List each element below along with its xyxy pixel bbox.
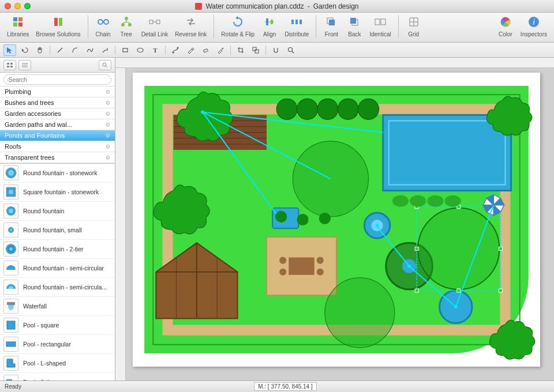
colorwheel-icon[interactable] <box>497 14 514 30</box>
category-item[interactable]: Roofs⊙ <box>0 141 115 152</box>
inspectors-button[interactable]: iInspectors <box>518 14 549 37</box>
category-item[interactable]: Ponds and Fountains⊙ <box>0 130 115 141</box>
svg-rect-16 <box>266 18 268 25</box>
canvas-area <box>115 58 554 380</box>
library-item[interactable]: Round fountain - stonework <box>0 164 115 183</box>
status-ready: Ready <box>5 383 21 390</box>
spline-tool[interactable] <box>84 44 96 56</box>
connector-tool[interactable] <box>99 44 111 56</box>
svg-rect-17 <box>271 20 273 24</box>
selection-tool[interactable] <box>3 44 16 56</box>
swatch-icon[interactable] <box>50 14 66 30</box>
library-item-label: Pool - 2-tier <box>23 379 54 380</box>
reverse-icon[interactable] <box>183 14 199 30</box>
close-button[interactable] <box>5 3 11 9</box>
library-item[interactable]: Round fountain - semi-circula... <box>0 278 115 297</box>
chevron-icon: ⊙ <box>106 89 110 95</box>
pen-tool[interactable] <box>184 44 197 56</box>
svg-rect-105 <box>499 247 502 250</box>
ellipse-tool[interactable] <box>134 44 147 56</box>
front-icon[interactable] <box>323 14 339 30</box>
front-button[interactable]: Front <box>321 14 342 37</box>
info-icon[interactable]: i <box>526 14 542 30</box>
minimize-button[interactable] <box>14 3 21 9</box>
library-item[interactable]: Round fountain <box>0 202 115 221</box>
rect-tool[interactable] <box>119 44 132 56</box>
dist-icon[interactable] <box>289 14 305 30</box>
sidebar-search-button[interactable] <box>99 60 111 70</box>
library-item[interactable]: Pool - square <box>0 316 115 335</box>
library-item-label: Waterfall <box>23 303 47 310</box>
sidebar-view-icons[interactable] <box>3 60 16 70</box>
group-tool[interactable] <box>249 44 262 56</box>
svg-rect-20 <box>300 20 302 24</box>
zoom-tool[interactable] <box>285 44 297 56</box>
round-small-icon <box>3 223 18 238</box>
svg-rect-19 <box>295 20 298 24</box>
canvas[interactable] <box>126 68 554 380</box>
svg-point-109 <box>293 141 368 217</box>
svg-rect-48 <box>7 66 9 67</box>
category-item[interactable]: Transparent trees⊙ <box>0 152 115 163</box>
identical-button[interactable]: Identical <box>367 14 393 37</box>
chain-icon[interactable] <box>95 14 111 30</box>
drawing-page[interactable] <box>133 73 540 367</box>
category-item[interactable]: Plumbing⊙ <box>0 86 115 97</box>
distribute-button[interactable]: Distribute <box>282 14 311 37</box>
back-button[interactable]: Back <box>344 14 365 37</box>
detail-icon[interactable] <box>147 14 163 30</box>
rotate-icon[interactable] <box>230 14 246 30</box>
reverse-link-button[interactable]: Reverse link <box>173 14 209 37</box>
chain-button[interactable]: Chain <box>93 14 114 37</box>
library-items-list: Round fountain - stoneworkSquare fountai… <box>0 164 115 380</box>
eyedropper-tool[interactable] <box>214 44 227 56</box>
line-tool[interactable] <box>54 44 66 56</box>
library-item-label: Square fountain - stonework <box>23 189 99 195</box>
align-icon[interactable] <box>261 14 278 30</box>
library-item[interactable]: Pool - rectangular <box>0 335 115 354</box>
sidebar-view-list[interactable] <box>18 60 31 70</box>
svg-rect-37 <box>123 48 128 52</box>
svg-point-91 <box>317 257 324 264</box>
snap-tool[interactable] <box>269 44 282 56</box>
grid-icon[interactable] <box>10 14 26 30</box>
svg-rect-26 <box>381 19 385 25</box>
ident-icon[interactable] <box>372 14 388 30</box>
tree-button[interactable]: Tree <box>116 14 137 37</box>
category-item[interactable]: Bushes and trees⊙ <box>0 97 115 108</box>
grid-button[interactable]: Grid <box>403 14 424 37</box>
svg-rect-1 <box>18 17 23 21</box>
browse-solutions-button[interactable]: Browse Solutions <box>33 14 83 37</box>
library-item[interactable]: Pool - 2-tier <box>0 373 115 380</box>
chevron-icon: ⊙ <box>106 100 110 105</box>
align-button[interactable]: Align <box>259 14 280 37</box>
bezier-tool[interactable] <box>169 44 182 56</box>
text-tool[interactable]: T <box>149 44 162 56</box>
hand-tool[interactable] <box>33 44 46 56</box>
toolbar-label: Chain <box>96 31 111 37</box>
gridtoggle-icon[interactable] <box>406 14 422 30</box>
color-button[interactable]: Color <box>495 14 516 37</box>
library-item[interactable]: Square fountain - stonework <box>0 183 115 202</box>
library-item[interactable]: Waterfall <box>0 297 115 316</box>
libraries-button[interactable]: Libraries <box>5 14 31 37</box>
undo-tool[interactable] <box>18 44 31 56</box>
category-item[interactable]: Garden accessories⊙ <box>0 108 115 119</box>
search-input[interactable] <box>3 74 111 85</box>
arc-tool[interactable] <box>69 44 81 56</box>
crop-tool[interactable] <box>234 44 247 56</box>
library-item[interactable]: Round fountain, small <box>0 221 115 240</box>
rotate-flip-button[interactable]: Rotate & Flip <box>219 14 257 37</box>
library-item[interactable]: Round fountain - 2-tier <box>0 240 115 259</box>
library-item[interactable]: Round fountain - semi-circular <box>0 259 115 278</box>
eraser-tool[interactable] <box>199 44 212 56</box>
category-item[interactable]: Garden paths and wal...⊙ <box>0 119 115 130</box>
library-item[interactable]: Pool - L-shaped <box>0 354 115 373</box>
svg-rect-21 <box>329 20 335 25</box>
back-icon[interactable] <box>346 14 362 30</box>
svg-point-56 <box>8 170 14 176</box>
tree-icon[interactable] <box>118 14 134 30</box>
detail-link-button[interactable]: Detail Link <box>139 14 171 37</box>
category-label: Bushes and trees <box>5 99 54 106</box>
maximize-button[interactable] <box>24 3 31 9</box>
